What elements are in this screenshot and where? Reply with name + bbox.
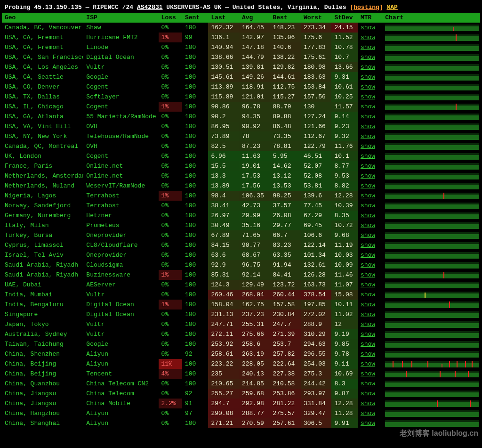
- col-header-last[interactable]: Last: [208, 13, 239, 23]
- cell-loss: 0%: [159, 310, 182, 319]
- cell-isp: Cogent: [83, 102, 158, 112]
- cell-chart: [382, 52, 480, 62]
- cell-stdev: 9.91: [331, 418, 357, 428]
- cell-loss: 0%: [159, 260, 182, 270]
- mtr-show-link[interactable]: show: [361, 380, 375, 387]
- col-header-geo[interactable]: Geo: [2, 13, 83, 23]
- mtr-show-link[interactable]: show: [361, 103, 375, 110]
- asn-link[interactable]: AS42831: [137, 4, 163, 11]
- cell-last: 26.97: [208, 211, 239, 220]
- latency-sparkline: [385, 381, 479, 387]
- cell-geo: USA, VA, Vint Hill: [2, 122, 83, 131]
- mtr-show-link[interactable]: show: [361, 83, 375, 90]
- cell-mtr: show: [358, 220, 382, 230]
- table-row: SingaporeDigital Ocean0%100231.13237.232…: [2, 310, 480, 319]
- col-header-mtr[interactable]: MTR: [358, 13, 382, 23]
- col-header-loss[interactable]: Loss: [159, 13, 182, 23]
- cell-worst: 331.84: [301, 399, 332, 408]
- cell-best: 230.84: [270, 310, 301, 319]
- cell-last: 82.5: [208, 141, 239, 151]
- cell-isp: Aliyun: [83, 359, 158, 369]
- col-header-best[interactable]: Best: [270, 13, 301, 23]
- mtr-show-link[interactable]: show: [361, 410, 375, 417]
- mtr-show-link[interactable]: show: [361, 64, 375, 71]
- col-header-avg[interactable]: Avg: [239, 13, 270, 23]
- mtr-show-link[interactable]: show: [361, 73, 375, 81]
- cell-stdev: 12.28: [331, 399, 357, 408]
- cell-best: 26.08: [270, 211, 301, 220]
- table-row: China, ShenzhenAliyun0%92258.61263.19257…: [2, 349, 480, 359]
- cell-isp: Cogent: [83, 82, 158, 92]
- map-link[interactable]: MAP: [387, 4, 398, 11]
- latency-sparkline: [385, 133, 479, 140]
- hosting-link[interactable]: hosting: [353, 4, 379, 11]
- mtr-show-link[interactable]: show: [361, 202, 375, 209]
- col-header-worst[interactable]: Worst: [301, 13, 332, 23]
- cell-loss: 0%: [159, 329, 182, 339]
- cell-avg: 147.18: [239, 42, 270, 52]
- mtr-show-link[interactable]: show: [361, 54, 375, 61]
- mtr-show-link[interactable]: show: [361, 390, 375, 397]
- cell-stdev: 10.61: [331, 82, 357, 92]
- cell-best: 112.75: [270, 82, 301, 92]
- cell-chart: [382, 151, 480, 161]
- mtr-show-link[interactable]: show: [361, 113, 375, 120]
- col-header-isp[interactable]: ISP: [83, 13, 158, 23]
- cell-last: 38.41: [208, 201, 239, 211]
- mtr-show-link[interactable]: show: [361, 360, 375, 367]
- cell-sent: 100: [182, 23, 208, 33]
- cell-isp: Softlayer: [83, 92, 158, 102]
- cell-avg: 90.77: [239, 240, 270, 250]
- mtr-show-link[interactable]: show: [361, 212, 375, 219]
- mtr-show-link[interactable]: show: [361, 222, 375, 229]
- mtr-show-link[interactable]: show: [361, 192, 375, 199]
- col-header-sent[interactable]: Sent: [182, 13, 208, 23]
- mtr-show-link[interactable]: show: [361, 311, 375, 318]
- table-row: USA, GA, Atlanta55 Marietta/RamNode0%100…: [2, 112, 480, 122]
- packet-loss-spike: [453, 27, 454, 31]
- mtr-show-link[interactable]: show: [361, 321, 375, 328]
- mtr-show-link[interactable]: show: [361, 252, 375, 259]
- mtr-show-link[interactable]: show: [361, 182, 375, 189]
- mtr-show-link[interactable]: show: [361, 242, 375, 249]
- cell-avg: 68.67: [239, 250, 270, 260]
- mtr-show-link[interactable]: show: [361, 143, 375, 150]
- col-header-stdev[interactable]: StDev: [331, 13, 357, 23]
- mtr-show-link[interactable]: show: [361, 301, 375, 308]
- mtr-show-link[interactable]: show: [361, 400, 375, 407]
- table-row: USA, NY, New YorkTelehouse/RamNode0%1007…: [2, 131, 480, 141]
- mtr-show-link[interactable]: show: [361, 370, 375, 377]
- cell-last: 73.89: [208, 131, 239, 141]
- mtr-show-link[interactable]: show: [361, 133, 375, 140]
- mtr-show-link[interactable]: show: [361, 350, 375, 358]
- cell-worst: 126.28: [301, 270, 332, 280]
- cell-last: 115.89: [208, 92, 239, 102]
- latency-sparkline: [385, 163, 479, 170]
- cell-mtr: show: [358, 359, 382, 369]
- col-header-chart[interactable]: Chart: [382, 13, 480, 23]
- mtr-show-link[interactable]: show: [361, 420, 375, 427]
- mtr-show-link[interactable]: show: [361, 93, 375, 100]
- mtr-show-link[interactable]: show: [361, 24, 375, 31]
- mtr-show-link[interactable]: show: [361, 34, 375, 41]
- cell-last: 63.6: [208, 250, 239, 260]
- cell-chart: [382, 211, 480, 220]
- cell-stdev: 9.78: [331, 349, 357, 359]
- mtr-show-link[interactable]: show: [361, 291, 375, 298]
- cell-sent: 100: [182, 42, 208, 52]
- mtr-show-link[interactable]: show: [361, 232, 375, 239]
- cell-stdev: 9.68: [331, 230, 357, 240]
- mtr-show-link[interactable]: show: [361, 271, 375, 278]
- mtr-show-link[interactable]: show: [361, 123, 375, 130]
- mtr-show-link[interactable]: show: [361, 281, 375, 288]
- mtr-show-link[interactable]: show: [361, 341, 375, 348]
- mtr-show-link[interactable]: show: [361, 261, 375, 269]
- mtr-show-link[interactable]: show: [361, 331, 375, 338]
- cell-geo: USA, NY, New York: [2, 131, 83, 141]
- latency-sparkline: [385, 24, 479, 31]
- mtr-show-link[interactable]: show: [361, 153, 375, 160]
- mtr-show-link[interactable]: show: [361, 163, 375, 170]
- mtr-show-link[interactable]: show: [361, 44, 375, 51]
- latency-sparkline: [385, 391, 479, 397]
- mtr-show-link[interactable]: show: [361, 172, 375, 179]
